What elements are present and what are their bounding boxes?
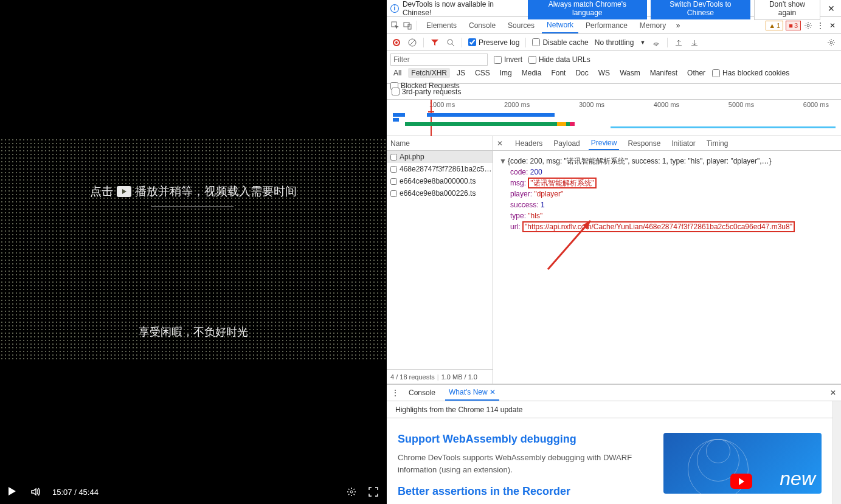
third-party-checkbox[interactable]: 3rd-party requests <box>392 88 461 96</box>
new-badge: new <box>780 468 815 490</box>
detail-tab-timing[interactable]: Timing <box>704 136 731 150</box>
drawer-tab-console[interactable]: Console <box>405 385 439 401</box>
record-button[interactable] <box>392 38 401 47</box>
preserve-log-checkbox[interactable]: Preserve log <box>468 38 519 47</box>
filter-input[interactable] <box>390 54 488 66</box>
tab-performance[interactable]: Performance <box>581 17 632 33</box>
clear-button[interactable] <box>407 38 417 47</box>
request-name: e664ce9e8ba000226.ts <box>400 189 476 198</box>
json-key-type: type: <box>510 212 526 220</box>
video-time: 15:07 / 45:44 <box>52 488 99 497</box>
time-current: 15:07 <box>52 488 72 497</box>
close-detail-icon[interactable]: ✕ <box>497 139 507 148</box>
whatsnew-panel: Highlights from the Chrome 114 update Su… <box>387 401 841 504</box>
json-val-success: 1 <box>541 201 545 209</box>
filter-manifest[interactable]: Manifest <box>647 68 680 78</box>
detail-tab-initiator[interactable]: Initiator <box>669 136 697 150</box>
warnings-badge[interactable]: ▲1 <box>766 21 783 30</box>
close-drawer-icon[interactable]: ✕ <box>830 388 836 397</box>
tab-elements[interactable]: Elements <box>421 17 462 33</box>
video-hint-text-1: 点击 <box>90 184 113 199</box>
upload-icon[interactable] <box>674 38 684 47</box>
request-item[interactable]: e664ce9e8ba000000.ts <box>387 175 493 187</box>
filter-img[interactable]: Img <box>497 68 515 78</box>
filter-font[interactable]: Font <box>548 68 569 78</box>
tab-network[interactable]: Network <box>542 17 578 33</box>
drawer-tabs: ⋮ Console What's New ✕ ✕ <box>387 384 841 401</box>
whatsnew-thumbnail[interactable]: new <box>663 433 822 494</box>
whatsnew-title-1[interactable]: Support WebAssembly debugging <box>398 433 651 446</box>
tick-5000: 5000 ms <box>729 101 754 108</box>
search-icon[interactable] <box>446 38 455 47</box>
warn-icon: ▲ <box>769 22 775 29</box>
download-icon[interactable] <box>690 38 699 47</box>
request-item[interactable]: e664ce9e8ba000226.ts <box>387 187 493 199</box>
filter-other[interactable]: Other <box>684 68 708 78</box>
preserve-log-label: Preserve log <box>479 38 519 47</box>
network-conditions-icon[interactable] <box>651 38 661 47</box>
warn-count: 1 <box>777 22 780 29</box>
network-request-pane: Name Api.php 468e28747f3f72861ba2c5… e66… <box>387 136 841 384</box>
disable-cache-checkbox[interactable]: Disable cache <box>532 38 588 47</box>
request-item[interactable]: Api.php <box>387 151 493 163</box>
throttling-caret-icon[interactable]: ▼ <box>640 40 645 46</box>
scrollbar[interactable] <box>832 401 841 504</box>
filter-doc[interactable]: Doc <box>572 68 591 78</box>
device-toolbar-icon[interactable] <box>403 21 412 30</box>
detail-tab-response[interactable]: Response <box>625 136 663 150</box>
annotation-arrow <box>539 215 600 275</box>
detail-tab-preview[interactable]: Preview <box>589 136 620 150</box>
filter-media[interactable]: Media <box>519 68 545 78</box>
more-tabs-icon[interactable]: » <box>673 21 683 30</box>
volume-button[interactable] <box>30 487 40 497</box>
tick-2000: 2000 ms <box>504 101 530 108</box>
match-language-button[interactable]: Always match Chrome's language <box>528 0 647 19</box>
play-button[interactable] <box>9 487 18 497</box>
preview-body[interactable]: ▼{code: 200, msg: "诺讯智能解析系统", success: 1… <box>493 151 841 384</box>
settings-gear-icon[interactable] <box>803 21 813 30</box>
request-name: e664ce9e8ba000000.ts <box>400 177 476 185</box>
throttling-select[interactable]: No throttling <box>595 38 634 47</box>
filter-fetch-xhr[interactable]: Fetch/XHR <box>408 68 450 78</box>
kebab-menu-icon[interactable]: ⋮ <box>815 21 825 30</box>
third-party-label: 3rd-party requests <box>402 88 461 96</box>
blocked-cookies-checkbox[interactable]: Has blocked cookies <box>712 69 789 77</box>
detail-tabs: ✕ Headers Payload Preview Response Initi… <box>493 136 841 151</box>
fullscreen-button[interactable] <box>369 487 378 497</box>
settings-button[interactable] <box>347 487 356 497</box>
tab-memory[interactable]: Memory <box>635 17 671 33</box>
timeline-marker[interactable] <box>431 100 432 136</box>
drawer-tab-whatsnew[interactable]: What's New ✕ <box>445 385 499 401</box>
drawer-menu-icon[interactable]: ⋮ <box>392 388 399 397</box>
errors-badge[interactable]: ■3 <box>786 21 801 30</box>
inspect-element-icon[interactable] <box>390 21 400 30</box>
close-devtools-icon[interactable]: ✕ <box>828 21 837 30</box>
whatsnew-title-2[interactable]: Better assertions in the Recorder <box>398 485 651 498</box>
tab-sources[interactable]: Sources <box>503 17 539 33</box>
detail-tab-payload[interactable]: Payload <box>551 136 582 150</box>
invert-checkbox[interactable]: Invert <box>494 55 522 64</box>
filter-wasm[interactable]: Wasm <box>617 68 643 78</box>
tick-1000: 1000 ms <box>429 101 455 108</box>
filter-js[interactable]: JS <box>454 68 468 78</box>
filter-icon[interactable] <box>430 38 440 47</box>
close-whatsnew-icon[interactable]: ✕ <box>490 388 496 396</box>
request-list-header[interactable]: Name <box>387 136 493 151</box>
request-list: Name Api.php 468e28747f3f72861ba2c5… e66… <box>387 136 493 384</box>
hide-data-urls-checkbox[interactable]: Hide data URLs <box>528 55 590 64</box>
video-hint-text-2: 播放并稍等，视频载入需要时间 <box>135 184 297 199</box>
request-item[interactable]: 468e28747f3f72861ba2c5… <box>387 163 493 175</box>
language-banner: i DevTools is now available in Chinese! … <box>387 0 841 17</box>
tab-console[interactable]: Console <box>464 17 500 33</box>
filter-ws[interactable]: WS <box>595 68 613 78</box>
filter-css[interactable]: CSS <box>472 68 493 78</box>
svg-point-8 <box>830 41 832 44</box>
banner-close-icon[interactable]: ✕ <box>828 4 837 13</box>
banner-message: DevTools is now available in Chinese! <box>403 0 524 17</box>
filter-all[interactable]: All <box>390 68 404 78</box>
whatsnew-label: What's New <box>449 388 488 396</box>
network-settings-icon[interactable] <box>826 38 836 47</box>
detail-tab-headers[interactable]: Headers <box>513 136 545 150</box>
switch-chinese-button[interactable]: Switch DevTools to Chinese <box>651 0 750 19</box>
network-timeline[interactable]: 1000 ms 2000 ms 3000 ms 4000 ms 5000 ms … <box>387 100 841 136</box>
